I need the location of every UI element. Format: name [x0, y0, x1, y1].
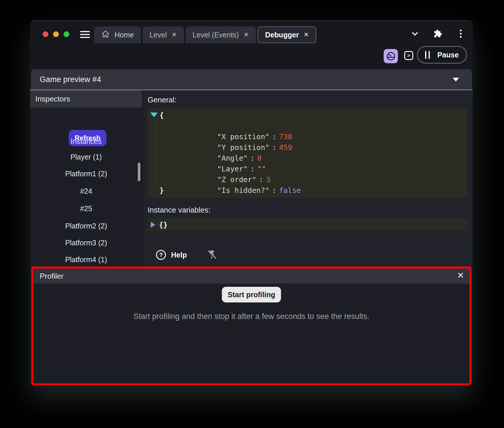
extensions-puzzle-icon[interactable]: [434, 29, 442, 38]
game-preview-header[interactable]: Game preview #4: [31, 69, 472, 90]
expand-triangle-icon[interactable]: [151, 222, 155, 228]
pause-label: Pause: [437, 51, 459, 59]
debugger-content: Inspectors Refresh Instances Player (1) …: [30, 90, 473, 266]
console-button[interactable]: >: [404, 51, 413, 60]
indent-guide: [156, 123, 157, 184]
titlebar-actions: [411, 29, 465, 38]
tab-label: Level (Events): [193, 31, 239, 39]
general-json-view: { "X position":738 "Y position":459 "Ang…: [147, 108, 467, 198]
minimize-window-button[interactable]: [53, 31, 59, 37]
tab-bar: Home Level ✕ Level (Events) ✕ Debugger ✕: [94, 26, 316, 43]
tab-level[interactable]: Level ✕: [143, 26, 184, 43]
help-question-icon[interactable]: ?: [156, 250, 166, 260]
zoom-window-button[interactable]: [64, 31, 69, 37]
inspector-item-player[interactable]: Player (1): [30, 153, 142, 161]
instance-variables-view: {}: [147, 218, 467, 231]
chevron-down-icon[interactable]: [411, 29, 419, 38]
start-profiling-button[interactable]: Start profiling: [222, 287, 281, 302]
app-window: Home Level ✕ Level (Events) ✕ Debugger ✕: [30, 20, 473, 387]
profiler-title: Profiler: [40, 272, 64, 281]
home-icon: [101, 30, 110, 40]
collapse-caret-icon[interactable]: [453, 78, 459, 81]
close-icon[interactable]: ✕: [304, 32, 309, 38]
close-icon[interactable]: ✕: [171, 32, 177, 38]
tab-home[interactable]: Home: [94, 26, 141, 43]
open-brace: {: [147, 110, 467, 121]
tab-level-events[interactable]: Level (Events) ✕: [186, 26, 256, 43]
inspector-item-platform1[interactable]: Platform1 (2): [30, 169, 142, 178]
inspector-item-instances[interactable]: Instances: [30, 137, 142, 146]
close-window-button[interactable]: [43, 31, 48, 37]
inspectors-title: Inspectors: [35, 95, 70, 104]
profiler-hint-text: Start profiling and then stop it after a…: [133, 312, 369, 321]
instance-variables-value: {}: [159, 221, 168, 229]
debugger-toolbar: > Pause: [30, 43, 473, 69]
collapse-triangle-icon[interactable]: [150, 113, 158, 117]
window-controls: [43, 31, 69, 37]
tab-debugger[interactable]: Debugger ✕: [258, 26, 316, 43]
close-icon[interactable]: ✕: [457, 270, 464, 281]
console-glyph: >: [407, 53, 410, 59]
tab-label: Debugger: [265, 31, 299, 39]
inspector-item-platform3[interactable]: Platform3 (2): [30, 238, 142, 247]
scrollbar-thumb[interactable]: [138, 163, 140, 181]
inspector-item-platform2[interactable]: Platform2 (2): [30, 222, 142, 230]
json-row-x-position: "X position":738: [147, 121, 467, 131]
menu-icon[interactable]: [80, 31, 90, 38]
tab-label: Level: [150, 31, 167, 39]
instance-variables-label: Instance variables:: [148, 206, 211, 215]
pause-icon: [425, 51, 430, 59]
titlebar: Home Level ✕ Level (Events) ✕ Debugger ✕: [30, 21, 473, 43]
instance-detail-panel: General: { "X position":738 "Y position"…: [143, 90, 473, 266]
tab-label: Home: [115, 31, 134, 39]
inspector-item-24[interactable]: #24: [30, 187, 142, 195]
more-options-icon[interactable]: [456, 29, 465, 38]
pause-button[interactable]: Pause: [417, 46, 467, 64]
help-row: ? Help: [156, 249, 217, 261]
flash-off-icon[interactable]: [206, 250, 217, 260]
profiler-gauge-button[interactable]: [384, 49, 398, 63]
close-icon[interactable]: ✕: [244, 32, 249, 38]
help-button[interactable]: Help: [171, 251, 187, 259]
profiler-body: Start profiling Start profiling and then…: [33, 284, 469, 383]
inspectors-panel: Inspectors Refresh Instances Player (1) …: [30, 90, 143, 266]
profiler-panel: Profiler ✕ Start profiling Start profili…: [31, 266, 472, 385]
inspector-item-platform4[interactable]: Platform4 (1): [30, 255, 142, 264]
inspector-item-25[interactable]: #25: [30, 204, 142, 213]
profiler-header: Profiler ✕: [33, 269, 469, 284]
screenshot-background: Home Level ✕ Level (Events) ✕ Debugger ✕: [0, 0, 504, 428]
inspectors-header: Inspectors: [30, 90, 142, 108]
game-preview-title: Game preview #4: [40, 75, 101, 84]
general-label: General:: [148, 95, 177, 104]
